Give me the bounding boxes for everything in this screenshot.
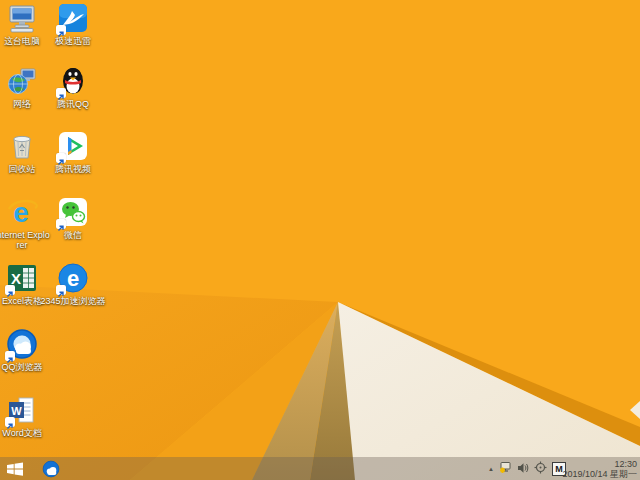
desktop-screen: 这台电脑 极速迅雷 <box>0 0 640 480</box>
thunder-speed-icon <box>57 2 89 34</box>
desktop-icon-browser-2345[interactable]: e 2345加速浏览器 <box>40 262 106 306</box>
internet-explorer-icon: e <box>6 196 38 228</box>
shortcut-arrow-icon <box>56 153 66 163</box>
desktop-icon-tencent-qq[interactable]: 腾讯QQ <box>40 65 106 109</box>
tencent-qq-icon <box>57 65 89 97</box>
desktop-icon-wechat[interactable]: 微信 <box>40 196 106 240</box>
icon-label: 腾讯QQ <box>40 99 106 109</box>
clock-time: 12:30 <box>541 459 637 469</box>
shortcut-arrow-icon <box>5 417 15 427</box>
desktop-icon-qq-browser[interactable]: QQ浏览器 <box>0 328 50 372</box>
qq-browser-icon <box>6 328 38 360</box>
desktop-icon-tencent-video[interactable]: 腾讯视频 <box>40 130 106 174</box>
shortcut-arrow-icon <box>56 88 66 98</box>
taskbar-qq-browser-button[interactable] <box>38 457 64 480</box>
desktop-icon-word[interactable]: W Word文档 <box>0 394 50 438</box>
shortcut-arrow-icon <box>5 285 15 295</box>
shortcut-arrow-icon <box>56 285 66 295</box>
windows-logo-icon <box>7 462 23 476</box>
desktop-icon-thunder-speed[interactable]: 极速迅雷 <box>40 2 106 46</box>
icon-label: 2345加速浏览器 <box>40 296 106 306</box>
this-pc-icon <box>6 2 38 34</box>
network-warning-icon[interactable] <box>499 460 512 478</box>
excel-icon: X <box>6 262 38 294</box>
browser-2345-icon: e <box>57 262 89 294</box>
word-icon: W <box>6 394 38 426</box>
clock-date: 2019/10/14 星期一 <box>541 469 637 479</box>
icon-label: 微信 <box>40 230 106 240</box>
recycle-bin-icon <box>6 130 38 162</box>
taskbar-clock[interactable]: 12:30 2019/10/14 星期一 <box>541 459 637 479</box>
wechat-icon <box>57 196 89 228</box>
svg-text:W: W <box>11 405 22 417</box>
taskbar: ▲ <box>0 457 640 480</box>
shortcut-arrow-icon <box>56 219 66 229</box>
shortcut-arrow-icon <box>56 25 66 35</box>
volume-icon[interactable] <box>517 460 529 478</box>
svg-text:e: e <box>67 266 79 291</box>
hidden-icons-chevron-icon[interactable]: ▲ <box>488 466 494 472</box>
start-button[interactable] <box>0 457 30 480</box>
icon-label: 极速迅雷 <box>40 36 106 46</box>
icon-label: 腾讯视频 <box>40 164 106 174</box>
network-icon <box>6 65 38 97</box>
qq-browser-icon <box>42 460 60 478</box>
tencent-video-icon <box>57 130 89 162</box>
shortcut-arrow-icon <box>5 351 15 361</box>
